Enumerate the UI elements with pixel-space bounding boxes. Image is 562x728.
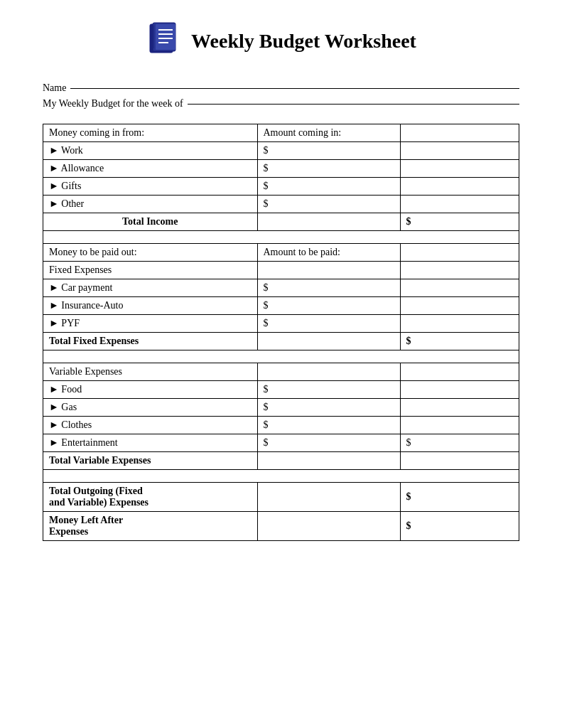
money-left-row: Money Left AfterExpenses $: [43, 512, 519, 541]
expenses-col2-header: Amount to be paid:: [257, 244, 400, 262]
page-title: Weekly Budget Worksheet: [191, 30, 416, 53]
total-fixed-dollar: $: [400, 333, 519, 350]
money-left-amount[interactable]: [257, 512, 400, 541]
total-outgoing-row: Total Outgoing (Fixedand Variable) Expen…: [43, 483, 519, 512]
food-row: ► Food $: [43, 381, 519, 399]
total-fixed-label: Total Fixed Expenses: [43, 333, 258, 350]
total-fixed-amount[interactable]: [257, 333, 400, 350]
insurance-col3: [400, 297, 519, 315]
variable-label-col3: [400, 363, 519, 381]
car-payment-label: ► Car payment: [43, 279, 258, 297]
work-label: ► Work: [43, 142, 258, 160]
variable-label-col2: [257, 363, 400, 381]
expenses-header-row: Money to be paid out: Amount to be paid:: [43, 244, 519, 262]
clothes-row: ► Clothes $: [43, 417, 519, 434]
page: Weekly Budget Worksheet Name My Weekly B…: [0, 0, 562, 728]
variable-label-row: Variable Expenses: [43, 363, 519, 381]
total-variable-row: Total Variable Expenses: [43, 452, 519, 470]
page-header: Weekly Budget Worksheet: [43, 21, 519, 61]
week-field-row: My Weekly Budget for the week of: [43, 98, 519, 109]
total-outgoing-dollar: $: [400, 483, 519, 512]
work-amount[interactable]: $: [257, 142, 400, 160]
entertainment-label: ► Entertainment: [43, 434, 258, 452]
spacer-2: [43, 350, 519, 363]
expenses-col1-header: Money to be paid out:: [43, 244, 258, 262]
total-fixed-row: Total Fixed Expenses $: [43, 333, 519, 350]
car-payment-row: ► Car payment $: [43, 279, 519, 297]
clothes-col3: [400, 417, 519, 434]
income-col3-header: [400, 124, 519, 142]
clothes-amount[interactable]: $: [257, 417, 400, 434]
spacer-1: [43, 231, 519, 244]
gifts-col3: [400, 178, 519, 196]
other-amount[interactable]: $: [257, 196, 400, 213]
work-col3: [400, 142, 519, 160]
spacer-3: [43, 470, 519, 483]
total-income-label: Total Income: [43, 213, 258, 231]
money-left-label: Money Left AfterExpenses: [43, 512, 258, 541]
total-variable-amount[interactable]: [257, 452, 400, 470]
total-variable-col3: [400, 452, 519, 470]
insurance-row: ► Insurance-Auto $: [43, 297, 519, 315]
week-underline[interactable]: [188, 104, 519, 105]
entertainment-col3: $: [400, 434, 519, 452]
food-label: ► Food: [43, 381, 258, 399]
gas-amount[interactable]: $: [257, 399, 400, 417]
week-label: My Weekly Budget for the week of: [43, 98, 183, 109]
food-col3: [400, 381, 519, 399]
gas-col3: [400, 399, 519, 417]
fixed-label-col2: [257, 262, 400, 279]
allowance-col3: [400, 160, 519, 178]
car-payment-amount[interactable]: $: [257, 279, 400, 297]
pyf-row: ► PYF $: [43, 315, 519, 333]
total-outgoing-label: Total Outgoing (Fixedand Variable) Expen…: [43, 483, 258, 512]
variable-expenses-label: Variable Expenses: [43, 363, 258, 381]
allowance-label: ► Allowance: [43, 160, 258, 178]
svg-rect-2: [156, 24, 175, 50]
pyf-amount[interactable]: $: [257, 315, 400, 333]
total-income-amount[interactable]: [257, 213, 400, 231]
fixed-expenses-label: Fixed Expenses: [43, 262, 258, 279]
food-amount[interactable]: $: [257, 381, 400, 399]
gifts-amount[interactable]: $: [257, 178, 400, 196]
entertainment-amount[interactable]: $: [257, 434, 400, 452]
total-income-row: Total Income $: [43, 213, 519, 231]
income-allowance-row: ► Allowance $: [43, 160, 519, 178]
other-col3: [400, 196, 519, 213]
name-underline[interactable]: [70, 88, 519, 89]
clothes-label: ► Clothes: [43, 417, 258, 434]
total-variable-label: Total Variable Expenses: [43, 452, 258, 470]
gas-row: ► Gas $: [43, 399, 519, 417]
expenses-col3-header: [400, 244, 519, 262]
money-left-dollar: $: [400, 512, 519, 541]
income-gifts-row: ► Gifts $: [43, 178, 519, 196]
income-other-row: ► Other $: [43, 196, 519, 213]
entertainment-row: ► Entertainment $ $: [43, 434, 519, 452]
insurance-label: ► Insurance-Auto: [43, 297, 258, 315]
allowance-amount[interactable]: $: [257, 160, 400, 178]
total-outgoing-amount[interactable]: [257, 483, 400, 512]
name-field-row: Name: [43, 82, 519, 94]
gifts-label: ► Gifts: [43, 178, 258, 196]
insurance-amount[interactable]: $: [257, 297, 400, 315]
income-work-row: ► Work $: [43, 142, 519, 160]
income-col2-header: Amount coming in:: [257, 124, 400, 142]
pyf-label: ► PYF: [43, 315, 258, 333]
pyf-col3: [400, 315, 519, 333]
fixed-label-col3: [400, 262, 519, 279]
name-section: Name My Weekly Budget for the week of: [43, 82, 519, 109]
other-label: ► Other: [43, 196, 258, 213]
car-payment-col3: [400, 279, 519, 297]
svg-rect-7: [151, 26, 154, 48]
logo-icon: [146, 21, 183, 61]
income-col1-header: Money coming in from:: [43, 124, 258, 142]
fixed-label-row: Fixed Expenses: [43, 262, 519, 279]
total-income-dollar: $: [400, 213, 519, 231]
budget-table: Money coming in from: Amount coming in: …: [43, 124, 519, 541]
gas-label: ► Gas: [43, 399, 258, 417]
income-header-row: Money coming in from: Amount coming in:: [43, 124, 519, 142]
name-label: Name: [43, 82, 66, 94]
